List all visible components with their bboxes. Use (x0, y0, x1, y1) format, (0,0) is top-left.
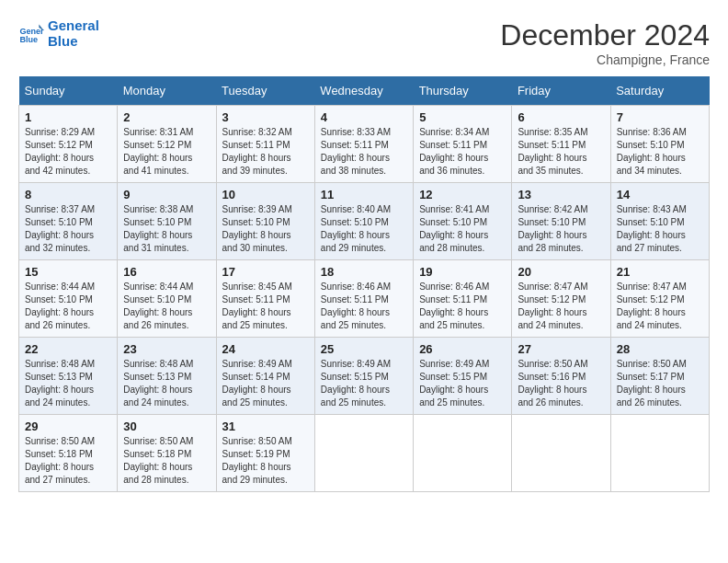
day-number: 11 (321, 188, 407, 201)
day-detail: Sunrise: 8:45 AM Sunset: 5:11 PM Dayligh… (222, 281, 309, 332)
calendar-cell (512, 415, 610, 492)
day-detail: Sunrise: 8:44 AM Sunset: 5:10 PM Dayligh… (123, 281, 210, 332)
svg-text:Blue: Blue (19, 35, 38, 44)
day-detail: Sunrise: 8:47 AM Sunset: 5:12 PM Dayligh… (617, 281, 703, 332)
day-number: 17 (222, 265, 309, 279)
calendar-cell: 6 Sunrise: 8:35 AM Sunset: 5:11 PM Dayli… (512, 106, 610, 183)
day-number: 19 (419, 265, 506, 279)
logo-icon: General Blue (18, 21, 44, 47)
day-detail: Sunrise: 8:43 AM Sunset: 5:10 PM Dayligh… (617, 203, 703, 255)
calendar-cell: 9 Sunrise: 8:38 AM Sunset: 5:10 PM Dayli… (118, 183, 216, 260)
col-monday: Monday (118, 76, 216, 106)
day-number: 14 (617, 188, 703, 201)
calendar-cell: 4 Sunrise: 8:33 AM Sunset: 5:11 PM Dayli… (314, 106, 413, 183)
day-detail: Sunrise: 8:38 AM Sunset: 5:10 PM Dayligh… (123, 203, 210, 255)
day-number: 20 (518, 265, 604, 279)
col-friday: Friday (512, 76, 610, 106)
calendar-cell: 21 Sunrise: 8:47 AM Sunset: 5:12 PM Dayl… (610, 260, 709, 338)
day-detail: Sunrise: 8:32 AM Sunset: 5:11 PM Dayligh… (222, 126, 309, 178)
day-number: 3 (222, 110, 309, 124)
calendar-cell: 24 Sunrise: 8:49 AM Sunset: 5:14 PM Dayl… (216, 338, 314, 415)
day-detail: Sunrise: 8:44 AM Sunset: 5:10 PM Dayligh… (25, 281, 111, 332)
day-number: 10 (222, 188, 309, 201)
day-detail: Sunrise: 8:50 AM Sunset: 5:17 PM Dayligh… (617, 358, 703, 409)
day-detail: Sunrise: 8:49 AM Sunset: 5:15 PM Dayligh… (419, 358, 506, 409)
day-detail: Sunrise: 8:40 AM Sunset: 5:10 PM Dayligh… (321, 203, 407, 255)
day-number: 9 (123, 188, 210, 201)
calendar-cell: 31 Sunrise: 8:50 AM Sunset: 5:19 PM Dayl… (216, 415, 314, 492)
calendar-cell: 22 Sunrise: 8:48 AM Sunset: 5:13 PM Dayl… (19, 338, 118, 415)
day-detail: Sunrise: 8:50 AM Sunset: 5:19 PM Dayligh… (222, 435, 309, 487)
day-detail: Sunrise: 8:46 AM Sunset: 5:11 PM Dayligh… (419, 281, 506, 332)
calendar-cell: 26 Sunrise: 8:49 AM Sunset: 5:15 PM Dayl… (414, 338, 512, 415)
col-saturday: Saturday (610, 76, 709, 106)
day-number: 4 (321, 110, 407, 124)
logo-line1: General (48, 18, 99, 34)
day-number: 1 (25, 110, 111, 124)
calendar-header: Sunday Monday Tuesday Wednesday Thursday… (19, 76, 710, 106)
day-number: 23 (123, 342, 210, 356)
day-detail: Sunrise: 8:42 AM Sunset: 5:10 PM Dayligh… (518, 203, 604, 255)
calendar-cell: 8 Sunrise: 8:37 AM Sunset: 5:10 PM Dayli… (19, 183, 118, 260)
day-number: 13 (518, 188, 604, 201)
day-detail: Sunrise: 8:29 AM Sunset: 5:12 PM Dayligh… (25, 126, 111, 178)
calendar-week-1: 1 Sunrise: 8:29 AM Sunset: 5:12 PM Dayli… (19, 106, 710, 183)
calendar-cell: 16 Sunrise: 8:44 AM Sunset: 5:10 PM Dayl… (118, 260, 216, 338)
day-number: 26 (419, 342, 506, 356)
location-subtitle: Champigne, France (500, 52, 710, 67)
calendar-body: 1 Sunrise: 8:29 AM Sunset: 5:12 PM Dayli… (19, 106, 710, 492)
day-number: 18 (321, 265, 407, 279)
day-detail: Sunrise: 8:50 AM Sunset: 5:18 PM Dayligh… (25, 435, 111, 487)
calendar-cell: 20 Sunrise: 8:47 AM Sunset: 5:12 PM Dayl… (512, 260, 610, 338)
day-detail: Sunrise: 8:33 AM Sunset: 5:11 PM Dayligh… (321, 126, 407, 178)
calendar-week-4: 22 Sunrise: 8:48 AM Sunset: 5:13 PM Dayl… (19, 338, 710, 415)
calendar-cell: 3 Sunrise: 8:32 AM Sunset: 5:11 PM Dayli… (216, 106, 314, 183)
day-detail: Sunrise: 8:48 AM Sunset: 5:13 PM Dayligh… (25, 358, 111, 409)
col-wednesday: Wednesday (314, 76, 413, 106)
day-detail: Sunrise: 8:49 AM Sunset: 5:14 PM Dayligh… (222, 358, 309, 409)
day-number: 5 (419, 110, 506, 124)
day-number: 31 (222, 419, 309, 433)
day-number: 21 (617, 265, 703, 279)
calendar-cell: 27 Sunrise: 8:50 AM Sunset: 5:16 PM Dayl… (512, 338, 610, 415)
calendar-cell: 12 Sunrise: 8:41 AM Sunset: 5:10 PM Dayl… (414, 183, 512, 260)
col-thursday: Thursday (414, 76, 512, 106)
day-detail: Sunrise: 8:50 AM Sunset: 5:18 PM Dayligh… (123, 435, 210, 487)
day-number: 2 (123, 110, 210, 124)
day-detail: Sunrise: 8:39 AM Sunset: 5:10 PM Dayligh… (222, 203, 309, 255)
day-detail: Sunrise: 8:50 AM Sunset: 5:16 PM Dayligh… (518, 358, 604, 409)
day-detail: Sunrise: 8:34 AM Sunset: 5:11 PM Dayligh… (419, 126, 506, 178)
calendar-cell: 17 Sunrise: 8:45 AM Sunset: 5:11 PM Dayl… (216, 260, 314, 338)
calendar-cell: 30 Sunrise: 8:50 AM Sunset: 5:18 PM Dayl… (118, 415, 216, 492)
calendar-cell (314, 415, 413, 492)
title-block: December 2024 Champigne, France (500, 18, 710, 67)
logo-line2: Blue (48, 34, 99, 50)
day-detail: Sunrise: 8:35 AM Sunset: 5:11 PM Dayligh… (518, 126, 604, 178)
calendar-cell: 2 Sunrise: 8:31 AM Sunset: 5:12 PM Dayli… (118, 106, 216, 183)
day-detail: Sunrise: 8:48 AM Sunset: 5:13 PM Dayligh… (123, 358, 210, 409)
calendar-cell: 10 Sunrise: 8:39 AM Sunset: 5:10 PM Dayl… (216, 183, 314, 260)
logo: General Blue General Blue (18, 18, 99, 49)
day-number: 15 (25, 265, 111, 279)
calendar-cell: 28 Sunrise: 8:50 AM Sunset: 5:17 PM Dayl… (610, 338, 709, 415)
month-title: December 2024 (500, 18, 710, 52)
day-number: 24 (222, 342, 309, 356)
day-number: 16 (123, 265, 210, 279)
day-detail: Sunrise: 8:49 AM Sunset: 5:15 PM Dayligh… (321, 358, 407, 409)
day-number: 22 (25, 342, 111, 356)
col-tuesday: Tuesday (216, 76, 314, 106)
col-sunday: Sunday (19, 76, 118, 106)
day-number: 29 (25, 419, 111, 433)
calendar-cell: 7 Sunrise: 8:36 AM Sunset: 5:10 PM Dayli… (610, 106, 709, 183)
calendar-cell: 5 Sunrise: 8:34 AM Sunset: 5:11 PM Dayli… (414, 106, 512, 183)
calendar-table: Sunday Monday Tuesday Wednesday Thursday… (18, 76, 710, 492)
calendar-cell: 18 Sunrise: 8:46 AM Sunset: 5:11 PM Dayl… (314, 260, 413, 338)
calendar-cell: 25 Sunrise: 8:49 AM Sunset: 5:15 PM Dayl… (314, 338, 413, 415)
day-detail: Sunrise: 8:31 AM Sunset: 5:12 PM Dayligh… (123, 126, 210, 178)
day-number: 25 (321, 342, 407, 356)
header-row: Sunday Monday Tuesday Wednesday Thursday… (19, 76, 710, 106)
calendar-cell (414, 415, 512, 492)
day-detail: Sunrise: 8:37 AM Sunset: 5:10 PM Dayligh… (25, 203, 111, 255)
day-number: 8 (25, 188, 111, 201)
day-number: 28 (617, 342, 703, 356)
